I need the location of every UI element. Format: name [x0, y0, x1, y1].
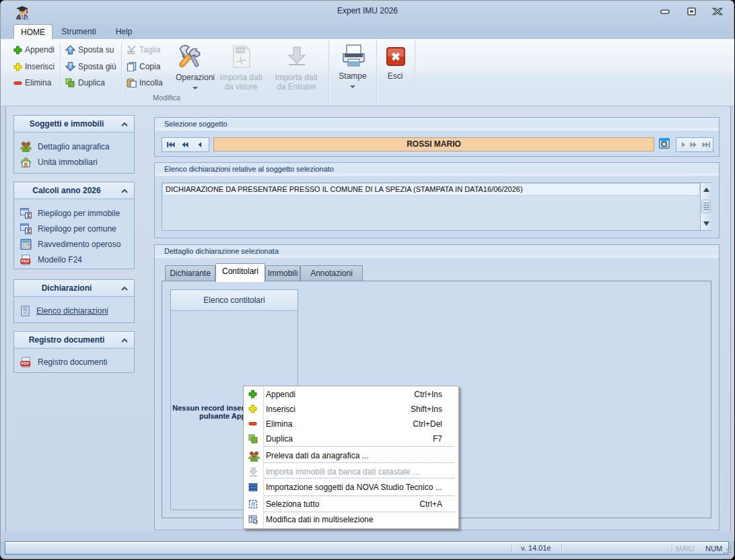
svg-text:PDF: PDF: [22, 361, 30, 365]
svg-text:PDF: PDF: [22, 259, 30, 263]
svg-text:PDF: PDF: [236, 48, 244, 53]
